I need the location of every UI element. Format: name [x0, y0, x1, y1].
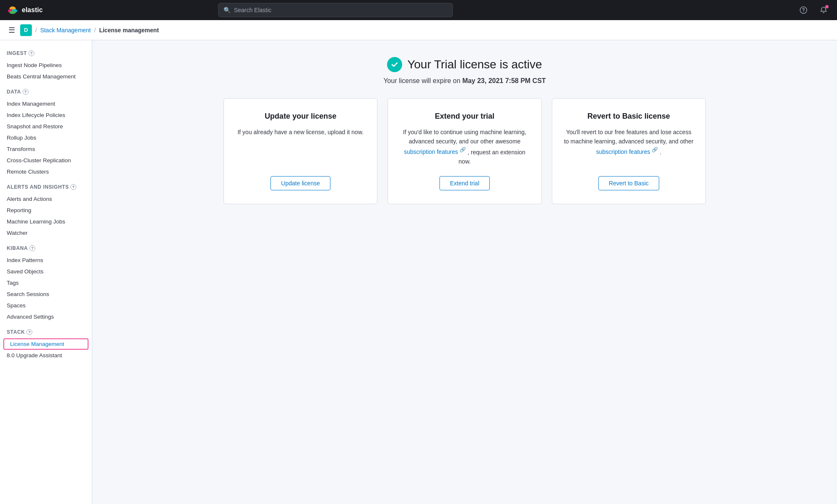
breadcrumb-separator-2: /: [94, 27, 96, 34]
sidebar-item-index-patterns[interactable]: Index Patterns: [0, 255, 92, 266]
sidebar-item-saved-objects[interactable]: Saved Objects: [0, 266, 92, 277]
sidebar-section-kibana: Kibana ?: [0, 242, 92, 255]
sidebar-item-cross-cluster-replication[interactable]: Cross-Cluster Replication: [0, 155, 92, 166]
breadcrumb-parent[interactable]: Stack Management: [40, 27, 91, 34]
sidebar-item-alerts-and-actions[interactable]: Alerts and Actions: [0, 193, 92, 205]
svg-point-4: [10, 11, 16, 14]
sidebar-item-index-lifecycle-policies[interactable]: Index Lifecycle Policies: [0, 109, 92, 121]
logo[interactable]: elastic: [7, 4, 43, 16]
sidebar-item-tags[interactable]: Tags: [0, 277, 92, 288]
search-icon: 🔍: [224, 7, 231, 13]
help-icon[interactable]: [797, 3, 810, 17]
revert-basic-subscription-link[interactable]: subscription features 🔗: [596, 148, 660, 155]
notification-badge-dot: [825, 5, 829, 8]
alerts-help-icon[interactable]: ?: [70, 184, 76, 190]
data-help-icon[interactable]: ?: [23, 89, 29, 95]
sidebar-item-rollup-jobs[interactable]: Rollup Jobs: [0, 132, 92, 143]
license-header: Your Trial license is active: [387, 57, 542, 72]
avatar: D: [20, 24, 32, 36]
logo-text: elastic: [22, 6, 43, 14]
sidebar-item-ingest-node-pipelines[interactable]: Ingest Node Pipelines: [0, 60, 92, 71]
sidebar-section-title-data: Data ?: [7, 89, 85, 95]
kibana-help-icon[interactable]: ?: [29, 245, 35, 251]
sidebar-item-beats-central-management[interactable]: Beats Central Management: [0, 71, 92, 82]
license-cards: Update your license If you already have …: [224, 98, 706, 204]
revert-basic-card: Revert to Basic license You'll revert to…: [552, 98, 706, 204]
sidebar-item-spaces[interactable]: Spaces: [0, 300, 92, 311]
breadcrumb-bar: ☰ D / Stack Management / License managem…: [0, 20, 837, 40]
sidebar-section-stack: Stack ?: [0, 326, 92, 338]
stack-help-icon[interactable]: ?: [26, 329, 32, 335]
top-navigation: elastic 🔍: [0, 0, 837, 20]
update-license-button[interactable]: Update license: [270, 176, 330, 190]
ingest-help-icon[interactable]: ?: [29, 50, 34, 56]
extend-trial-button[interactable]: Extend trial: [439, 176, 490, 190]
extend-trial-card-title: Extend your trial: [435, 112, 494, 121]
sidebar-item-index-management[interactable]: Index Management: [0, 98, 92, 109]
notifications-icon[interactable]: [817, 3, 830, 17]
license-expiry: May 23, 2021 7:58 PM CST: [462, 77, 546, 84]
sidebar-item-snapshot-and-restore[interactable]: Snapshot and Restore: [0, 121, 92, 132]
sidebar-section-title-kibana: Kibana ?: [7, 245, 85, 251]
sidebar-item-upgrade-assistant[interactable]: 8.0 Upgrade Assistant: [0, 350, 92, 361]
external-link-icon-1: 🔗: [460, 147, 466, 153]
breadcrumb-separator-1: /: [35, 27, 37, 34]
sidebar-section-alerts: Alerts and Insights ?: [0, 181, 92, 193]
license-status-icon: [387, 57, 402, 72]
revert-basic-card-desc: You'll revert to our free features and l…: [564, 127, 694, 166]
global-search[interactable]: 🔍: [218, 3, 453, 17]
sidebar-item-advanced-settings[interactable]: Advanced Settings: [0, 311, 92, 322]
external-link-icon-2: 🔗: [652, 147, 658, 153]
revert-basic-card-title: Revert to Basic license: [587, 112, 670, 121]
sidebar-item-transforms[interactable]: Transforms: [0, 143, 92, 155]
update-license-card-desc: If you already have a new license, uploa…: [237, 127, 363, 166]
sidebar: Ingest ? Ingest Node Pipelines Beats Cen…: [0, 40, 92, 504]
update-license-card: Update your license If you already have …: [224, 98, 377, 204]
hamburger-menu[interactable]: ☰: [7, 24, 17, 36]
sidebar-section-data: Data ?: [0, 86, 92, 98]
sidebar-item-search-sessions[interactable]: Search Sessions: [0, 288, 92, 300]
extend-trial-subscription-link[interactable]: subscription features 🔗: [404, 148, 468, 155]
sidebar-item-remote-clusters[interactable]: Remote Clusters: [0, 166, 92, 177]
main-content: Your Trial license is active Your licens…: [92, 40, 837, 504]
svg-point-6: [803, 12, 804, 13]
extend-trial-card: Extend your trial If you'd like to conti…: [387, 98, 541, 204]
extend-trial-card-desc: If you'd like to continue using machine …: [400, 127, 529, 166]
main-layout: Ingest ? Ingest Node Pipelines Beats Cen…: [0, 40, 837, 504]
breadcrumb-current: License management: [99, 27, 159, 34]
license-subtitle: Your license will expire on May 23, 2021…: [383, 77, 546, 85]
sidebar-section-title-stack: Stack ?: [7, 329, 85, 335]
nav-icon-group: [797, 3, 830, 17]
sidebar-section-ingest: Ingest ?: [0, 47, 92, 60]
sidebar-item-machine-learning-jobs[interactable]: Machine Learning Jobs: [0, 216, 92, 227]
update-license-card-title: Update your license: [265, 112, 336, 121]
revert-basic-button[interactable]: Revert to Basic: [598, 176, 659, 190]
sidebar-item-license-management[interactable]: License Management: [3, 338, 88, 350]
search-input[interactable]: [234, 7, 447, 13]
sidebar-section-title-ingest: Ingest ?: [7, 50, 85, 56]
sidebar-item-watcher[interactable]: Watcher: [0, 227, 92, 239]
sidebar-item-reporting[interactable]: Reporting: [0, 205, 92, 216]
sidebar-section-title-alerts: Alerts and Insights ?: [7, 184, 85, 190]
license-title: Your Trial license is active: [407, 58, 542, 71]
